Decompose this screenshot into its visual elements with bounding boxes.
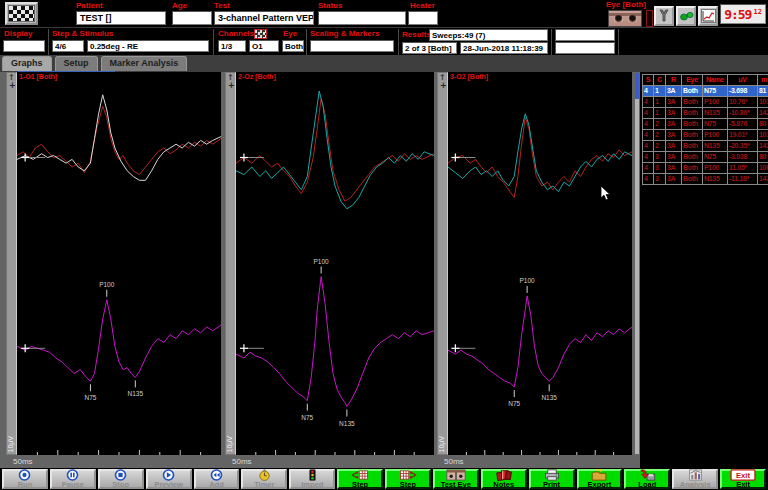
table-row-8-cell[interactable]: 3 bbox=[654, 163, 666, 174]
panel-scale-gutter[interactable]: ↑+10µV bbox=[225, 72, 236, 455]
panel-scale-gutter[interactable]: ↑+10µV bbox=[437, 72, 448, 455]
tab-setup[interactable]: Setup bbox=[55, 56, 98, 71]
table-row-9-cell[interactable]: 4 bbox=[643, 174, 654, 185]
panel-scale-gutter[interactable]: ↑+10µV bbox=[6, 72, 17, 455]
table-row-1-cell[interactable]: 1 bbox=[654, 86, 666, 97]
table-row-8-cell[interactable]: 100 bbox=[758, 163, 768, 174]
table-splitter-scrollbar[interactable] bbox=[634, 72, 640, 455]
scaling-field[interactable] bbox=[310, 40, 394, 52]
table-row-6-cell[interactable]: Both bbox=[682, 141, 703, 152]
table-row-2-cell[interactable]: 1 bbox=[654, 97, 666, 108]
table-row-3-cell[interactable]: 4 bbox=[643, 108, 654, 119]
table-row-8-cell[interactable]: P100 bbox=[703, 163, 728, 174]
table-row-5-cell[interactable]: 3A bbox=[666, 130, 682, 141]
table-row-2-cell[interactable]: 4 bbox=[643, 97, 654, 108]
load-button[interactable]: Load bbox=[624, 469, 670, 489]
table-row-4-cell[interactable]: -5.876 bbox=[728, 119, 758, 130]
table-row-7-cell[interactable]: -3.038 bbox=[728, 152, 758, 163]
stop-button[interactable]: Stop bbox=[98, 469, 144, 489]
tab-graphs[interactable]: Graphs bbox=[2, 56, 52, 71]
table-row-4-cell[interactable]: 2 bbox=[654, 119, 666, 130]
timer-button[interactable]: Timer bbox=[241, 469, 287, 489]
display-field[interactable] bbox=[3, 40, 45, 52]
table-row-3-cell[interactable]: Both bbox=[682, 108, 703, 119]
table-row-2-cell[interactable]: 3A bbox=[666, 97, 682, 108]
table-row-7-cell[interactable]: Both bbox=[682, 152, 703, 163]
tab-marker-analysis[interactable]: Marker Analysis bbox=[101, 56, 188, 71]
table-row-7-cell[interactable]: N75 bbox=[703, 152, 728, 163]
preview-button[interactable]: Preview bbox=[146, 469, 192, 489]
export-button[interactable]: Export bbox=[577, 469, 623, 489]
waveform-plot[interactable]: 1-O1 [Both]N75P100N135 bbox=[17, 72, 221, 455]
table-row-4-cell[interactable]: 4 bbox=[643, 119, 654, 130]
table-row-6-cell[interactable]: 2 bbox=[654, 141, 666, 152]
waveform-plot[interactable]: 3-O2 [Both]N75P100N135 bbox=[448, 72, 632, 455]
table-row-8-cell[interactable]: 11.05* bbox=[728, 163, 758, 174]
table-row-2-cell[interactable]: 10.76* bbox=[728, 97, 758, 108]
table-row-6-cell[interactable]: -20.35* bbox=[728, 141, 758, 152]
headset-icon[interactable] bbox=[654, 6, 674, 26]
add-button[interactable]: Add bbox=[194, 469, 240, 489]
table-row-9-cell[interactable]: Both bbox=[682, 174, 703, 185]
pause-button[interactable]: Pause bbox=[50, 469, 96, 489]
table-row-6-cell[interactable]: 143 bbox=[758, 141, 768, 152]
channel-index-field[interactable]: 1/3 bbox=[218, 40, 246, 52]
channel-pattern-icon[interactable] bbox=[254, 29, 267, 39]
table-row-3-cell[interactable]: 1 bbox=[654, 108, 666, 119]
table-row-5-cell[interactable]: P100 bbox=[703, 130, 728, 141]
trend-chart-icon[interactable] bbox=[698, 6, 718, 26]
table-row-3-cell[interactable]: 3A bbox=[666, 108, 682, 119]
table-row-2-cell[interactable]: P100 bbox=[703, 97, 728, 108]
table-row-7-cell[interactable]: 4 bbox=[643, 152, 654, 163]
scrollbar-thumb[interactable] bbox=[635, 73, 639, 99]
table-row-6-cell[interactable]: N135 bbox=[703, 141, 728, 152]
test-eye-button[interactable]: Test Eye bbox=[433, 469, 479, 489]
table-row-1-cell[interactable]: 81 bbox=[758, 86, 768, 97]
table-row-7-cell[interactable]: 3A bbox=[666, 152, 682, 163]
table-row-9-cell[interactable]: N135 bbox=[703, 174, 728, 185]
test-field[interactable]: 3-channel Pattern VEP bbox=[214, 11, 314, 25]
scale-plus-icon[interactable]: + bbox=[228, 81, 235, 90]
exit-button[interactable]: ExitExit bbox=[720, 469, 766, 489]
step-button-forward[interactable]: Step bbox=[385, 469, 431, 489]
table-row-8-cell[interactable]: 4 bbox=[643, 163, 654, 174]
status-field[interactable] bbox=[318, 11, 406, 25]
table-row-9-cell[interactable]: 142 bbox=[758, 174, 768, 185]
pattern-stimulus-icon[interactable] bbox=[5, 2, 38, 25]
heater-field[interactable] bbox=[408, 11, 438, 25]
table-row-3-cell[interactable]: -10.86* bbox=[728, 108, 758, 119]
table-row-4-cell[interactable]: 3A bbox=[666, 119, 682, 130]
table-row-1-cell[interactable]: -3.698 bbox=[728, 86, 758, 97]
step-field[interactable]: 4/6 bbox=[52, 40, 84, 52]
age-field[interactable] bbox=[172, 11, 212, 25]
run-button[interactable]: Run bbox=[2, 469, 48, 489]
table-row-8-cell[interactable]: Both bbox=[682, 163, 703, 174]
table-row-9-cell[interactable]: 3A bbox=[666, 174, 682, 185]
table-row-9-cell[interactable]: -11.18* bbox=[728, 174, 758, 185]
table-row-6-cell[interactable]: 4 bbox=[643, 141, 654, 152]
table-row-9-cell[interactable]: 3 bbox=[654, 174, 666, 185]
imped-button[interactable]: Imped bbox=[289, 469, 335, 489]
table-row-1-cell[interactable]: 4 bbox=[643, 86, 654, 97]
table-row-4-cell[interactable]: N75 bbox=[703, 119, 728, 130]
stimulus-field[interactable]: 0.25deg - RE bbox=[87, 40, 209, 52]
table-row-3-cell[interactable]: N135 bbox=[703, 108, 728, 119]
aux-field-2[interactable] bbox=[555, 42, 615, 54]
table-row-5-cell[interactable]: Both bbox=[682, 130, 703, 141]
table-row-8-cell[interactable]: 3A bbox=[666, 163, 682, 174]
table-row-7-cell[interactable]: 80 bbox=[758, 152, 768, 163]
scale-plus-icon[interactable]: + bbox=[9, 81, 16, 90]
table-row-2-cell[interactable]: Both bbox=[682, 97, 703, 108]
table-row-1-cell[interactable]: 3A bbox=[666, 86, 682, 97]
table-row-7-cell[interactable]: 3 bbox=[654, 152, 666, 163]
waveform-plot[interactable]: 2-Oz [Both]N75P100N135 bbox=[236, 72, 434, 455]
table-row-4-cell[interactable]: 80 bbox=[758, 119, 768, 130]
print-button[interactable]: Print bbox=[529, 469, 575, 489]
channel-name-field[interactable]: O1 bbox=[249, 40, 279, 52]
scale-plus-icon[interactable]: + bbox=[440, 81, 447, 90]
table-row-5-cell[interactable]: 19.01* bbox=[728, 130, 758, 141]
table-row-6-cell[interactable]: 3A bbox=[666, 141, 682, 152]
table-row-1-cell[interactable]: N75 bbox=[703, 86, 728, 97]
table-row-5-cell[interactable]: 101 bbox=[758, 130, 768, 141]
step-button-back[interactable]: Step bbox=[337, 469, 383, 489]
